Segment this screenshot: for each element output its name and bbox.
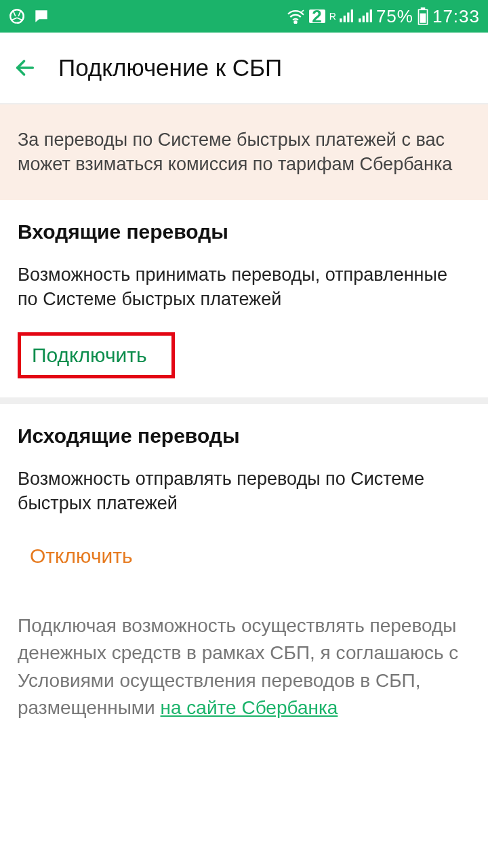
svg-rect-4 [420,14,426,23]
signal-icon-1 [338,9,353,24]
battery-icon [418,7,428,25]
camera-icon [8,7,26,25]
disconnect-button[interactable]: Отключить [18,536,145,576]
status-bar: 2 R 75% 17:33 [0,0,488,33]
chat-icon [33,7,50,25]
connect-button[interactable]: Подключить [18,332,175,378]
back-arrow-icon[interactable] [14,56,37,79]
commission-notice: За переводы по Системе быстрых платежей … [0,103,488,200]
clock: 17:33 [432,6,480,27]
app-bar: Подключение к СБП [0,33,488,103]
page-title: Подключение к СБП [58,54,282,81]
signal-icon-2 [357,9,372,24]
battery-percent: 75% [376,6,413,27]
section-divider [0,397,488,404]
status-left [8,7,50,25]
incoming-section: Входящие переводы Возможность принимать … [0,200,488,397]
outgoing-section: Исходящие переводы Возможность отправлят… [0,404,488,595]
incoming-title: Входящие переводы [18,220,470,243]
sberbank-site-link[interactable]: на сайте Сбербанка [161,697,338,718]
sim-badge: 2 [309,9,325,23]
outgoing-title: Исходящие переводы [18,425,470,448]
agreement-text: Подключая возможность осуществлять перев… [0,612,488,722]
wifi-icon [286,9,305,24]
svg-point-1 [295,21,297,23]
network-label: R [329,12,337,21]
incoming-desc: Возможность принимать переводы, отправле… [18,262,470,312]
status-right: 2 R 75% 17:33 [286,6,480,27]
outgoing-desc: Возможность отправлять переводы по Систе… [18,467,470,516]
